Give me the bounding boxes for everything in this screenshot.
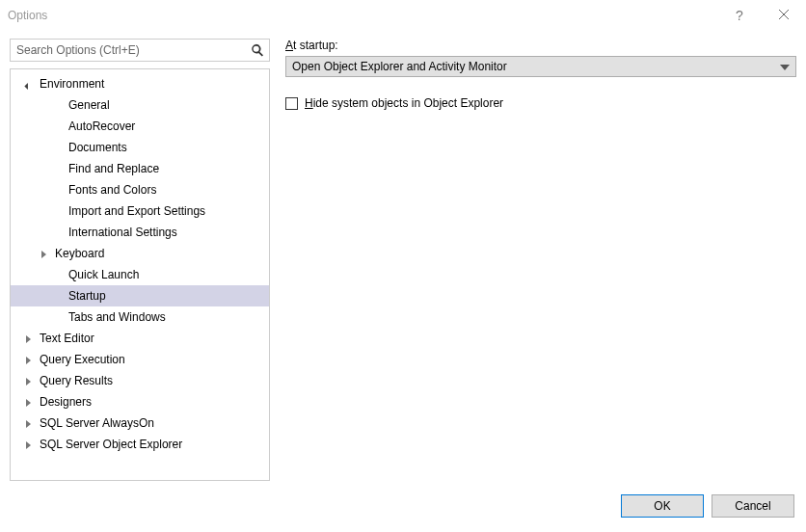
tree-item[interactable]: Quick Launch <box>11 264 269 285</box>
twisty-spacer <box>53 290 65 302</box>
hide-system-objects-label: Hide system objects in Object Explorer <box>305 96 503 110</box>
tree-item[interactable]: Tabs and Windows <box>11 306 269 328</box>
tree-item[interactable]: Environment <box>11 73 269 94</box>
tree-item[interactable]: SQL Server Object Explorer <box>11 434 269 455</box>
left-panel: EnvironmentGeneralAutoRecoverDocumentsFi… <box>10 39 270 481</box>
twisty-closed-icon[interactable] <box>40 248 51 259</box>
tree-item-label: Quick Launch <box>67 268 139 281</box>
twisty-open-icon[interactable] <box>24 78 36 90</box>
tree-item-label: SQL Server Object Explorer <box>38 438 182 451</box>
tree-item-label: SQL Server AlwaysOn <box>38 416 154 430</box>
hide-system-objects-row[interactable]: Hide system objects in Object Explorer <box>285 96 796 110</box>
twisty-spacer <box>53 184 65 196</box>
twisty-closed-icon[interactable] <box>24 439 36 450</box>
close-icon <box>778 9 790 23</box>
tree-item-label: Fonts and Colors <box>67 183 156 197</box>
ok-button[interactable]: OK <box>621 494 704 518</box>
twisty-closed-icon[interactable] <box>24 396 36 408</box>
tree-item-label: Designers <box>38 395 92 409</box>
right-panel: At startup: Open Object Explorer and Act… <box>285 39 796 481</box>
dialog-footer: OK Cancel <box>0 489 806 532</box>
tree-item[interactable]: Import and Export Settings <box>11 200 269 222</box>
tree-item-label: Tabs and Windows <box>67 310 166 324</box>
title-bar: Options ? <box>0 0 806 31</box>
tree-item[interactable]: Designers <box>11 391 269 412</box>
tree-item-label: Text Editor <box>38 332 94 345</box>
twisty-spacer <box>53 226 65 238</box>
twisty-closed-icon[interactable] <box>24 375 36 386</box>
tree-item[interactable]: Query Results <box>11 370 269 391</box>
cancel-button[interactable]: Cancel <box>712 494 794 518</box>
tree-item[interactable]: Text Editor <box>11 328 269 349</box>
twisty-closed-icon[interactable] <box>24 354 36 365</box>
tree-item[interactable]: AutoRecover <box>11 116 269 137</box>
twisty-closed-icon[interactable] <box>24 332 36 344</box>
help-button[interactable]: ? <box>717 0 762 31</box>
tree-item[interactable]: Documents <box>11 137 269 158</box>
tree-item[interactable]: SQL Server AlwaysOn <box>11 412 269 434</box>
options-tree[interactable]: EnvironmentGeneralAutoRecoverDocumentsFi… <box>10 68 270 481</box>
tree-item-label: International Settings <box>67 226 177 239</box>
tree-item[interactable]: International Settings <box>11 222 269 243</box>
tree-item[interactable]: General <box>11 94 269 116</box>
tree-item-label: Documents <box>67 141 127 154</box>
hide-system-objects-checkbox[interactable] <box>285 97 298 110</box>
tree-item-label: AutoRecover <box>67 120 135 133</box>
twisty-closed-icon[interactable] <box>24 417 36 429</box>
twisty-spacer <box>53 311 65 323</box>
tree-item[interactable]: Query Execution <box>11 349 269 370</box>
chevron-down-icon <box>780 60 790 73</box>
tree-item-label: Startup <box>67 289 106 303</box>
startup-dropdown[interactable]: Open Object Explorer and Activity Monito… <box>285 56 796 77</box>
twisty-spacer <box>53 142 65 153</box>
tree-item-label: Find and Replace <box>67 162 159 175</box>
tree-item-label: Environment <box>38 77 104 91</box>
help-icon: ? <box>736 8 743 23</box>
tree-item[interactable]: Keyboard <box>11 243 269 264</box>
twisty-spacer <box>53 205 65 217</box>
tree-item-label: Query Results <box>38 374 113 387</box>
twisty-spacer <box>53 163 65 174</box>
tree-item-label: Keyboard <box>53 247 104 260</box>
search-wrap <box>10 39 270 62</box>
tree-item[interactable]: Find and Replace <box>11 158 269 179</box>
search-input[interactable] <box>10 39 270 62</box>
close-button[interactable] <box>762 0 806 31</box>
dropdown-value: Open Object Explorer and Activity Monito… <box>292 60 507 73</box>
tree-item-label: General <box>67 98 110 112</box>
twisty-spacer <box>53 269 65 280</box>
tree-item[interactable]: Startup <box>11 285 269 306</box>
window-title: Options <box>8 9 717 22</box>
tree-item-label: Query Execution <box>38 353 125 366</box>
twisty-spacer <box>53 120 65 132</box>
twisty-spacer <box>53 99 65 111</box>
startup-label: At startup: <box>285 39 796 52</box>
tree-item-label: Import and Export Settings <box>67 204 205 218</box>
tree-item[interactable]: Fonts and Colors <box>11 179 269 200</box>
